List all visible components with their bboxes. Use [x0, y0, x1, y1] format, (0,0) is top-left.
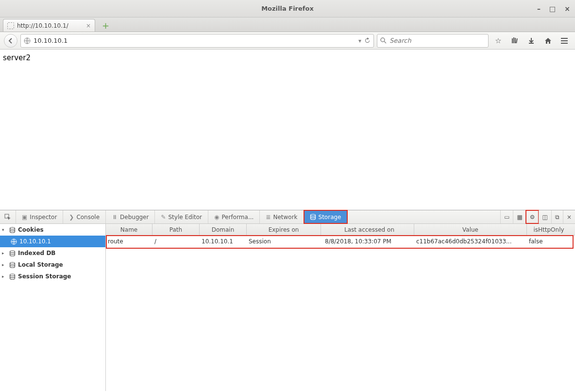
dock-side-button[interactable]: ◫: [539, 210, 551, 223]
tab-title: http://10.10.10.1/: [17, 22, 83, 29]
popout-button[interactable]: ⧉: [551, 210, 563, 223]
page-content: server2: [0, 50, 575, 210]
database-icon: [9, 227, 16, 233]
favicon-icon: [7, 22, 14, 29]
svg-point-14: [10, 262, 15, 264]
cell-path: /: [152, 236, 200, 247]
tab-debugger[interactable]: ⏸Debugger: [106, 210, 155, 223]
debugger-icon: ⏸: [112, 214, 118, 221]
tab-console[interactable]: ❯Console: [63, 210, 106, 223]
back-button[interactable]: [4, 34, 17, 48]
library-button[interactable]: [508, 34, 522, 48]
url-text: 10.10.10.1: [34, 37, 355, 44]
tree-cookies-host[interactable]: 10.10.10.1: [0, 236, 105, 247]
tab-style-editor[interactable]: ✎Style Editor: [155, 210, 208, 223]
scratchpad-icon: ▦: [517, 214, 522, 221]
gear-icon: ⚙: [530, 214, 535, 221]
reload-button[interactable]: [364, 37, 371, 44]
col-domain[interactable]: Domain: [200, 224, 247, 235]
tree-cookies[interactable]: ▾ Cookies: [0, 224, 105, 236]
tree-session-storage[interactable]: ▸ Session Storage: [0, 271, 105, 282]
browser-tab[interactable]: http://10.10.10.1/ ×: [3, 19, 95, 32]
svg-point-1: [381, 38, 385, 42]
storage-icon: [310, 214, 316, 220]
responsive-mode-button[interactable]: ▭: [500, 210, 513, 223]
tab-storage[interactable]: Storage: [304, 210, 348, 223]
svg-rect-4: [515, 38, 516, 43]
inspect-icon: [4, 214, 11, 221]
cell-name: route: [106, 236, 152, 247]
window-title: Mozilla Firefox: [261, 5, 314, 12]
pick-element-button[interactable]: [0, 210, 16, 223]
search-icon: [380, 37, 387, 44]
storage-table: Name Path Domain Expires on Last accesse…: [106, 224, 575, 391]
chevron-down-icon[interactable]: ▾: [358, 37, 361, 44]
close-window-button[interactable]: ×: [564, 5, 570, 13]
dock-icon: ◫: [542, 214, 548, 221]
table-header: Name Path Domain Expires on Last accesse…: [106, 224, 575, 236]
minimize-button[interactable]: –: [537, 5, 541, 13]
style-icon: ✎: [161, 214, 166, 221]
storage-tree: ▾ Cookies 10.10.10.1 ▸ Indexed DB ▸ Loca…: [0, 224, 106, 391]
svg-rect-6: [561, 38, 568, 39]
bookmark-star-button[interactable]: ☆: [491, 34, 505, 48]
tab-performance[interactable]: ◉Performa...: [208, 210, 260, 223]
svg-point-15: [10, 274, 15, 276]
tree-indexed-db[interactable]: ▸ Indexed DB: [0, 247, 105, 259]
svg-rect-8: [561, 43, 568, 44]
svg-rect-2: [512, 38, 513, 43]
settings-button[interactable]: ⚙: [526, 210, 539, 223]
col-name[interactable]: Name: [106, 224, 152, 235]
expand-icon: ▸: [2, 262, 7, 267]
url-bar[interactable]: 10.10.10.1 ▾: [20, 34, 374, 48]
console-icon: ❯: [69, 214, 74, 221]
globe-icon: [24, 37, 31, 44]
new-tab-button[interactable]: +: [99, 19, 112, 32]
downloads-button[interactable]: [524, 34, 538, 48]
expand-icon: ▸: [2, 251, 7, 256]
arrow-left-icon: [8, 38, 14, 44]
cell-last: 8/8/2018, 10:33:07 PM: [321, 236, 414, 247]
svg-rect-5: [516, 38, 518, 43]
col-path[interactable]: Path: [152, 224, 200, 235]
inspector-icon: ▣: [22, 214, 27, 221]
database-icon: [9, 273, 16, 280]
devtools-right-buttons: ▭ ▦ ⚙ ◫ ⧉ ×: [500, 210, 575, 223]
window-titlebar: Mozilla Firefox – □ ×: [0, 0, 575, 17]
col-last[interactable]: Last accessed on: [321, 224, 414, 235]
maximize-button[interactable]: □: [549, 5, 556, 13]
search-input[interactable]: [389, 37, 485, 44]
svg-point-11: [10, 227, 15, 229]
navigation-toolbar: 10.10.10.1 ▾ ☆: [0, 32, 575, 50]
tab-network[interactable]: ≣Network: [260, 210, 304, 223]
scratchpad-button[interactable]: ▦: [513, 210, 525, 223]
close-devtools-button[interactable]: ×: [563, 210, 575, 223]
col-expires[interactable]: Expires on: [247, 224, 321, 235]
cell-value: c11b67ac46d0db25324f01033...: [414, 236, 527, 247]
col-http[interactable]: isHttpOnly: [527, 224, 571, 235]
cell-http: false: [527, 236, 571, 247]
page-body-text: server2: [3, 53, 31, 62]
svg-rect-3: [513, 37, 514, 43]
col-value[interactable]: Value: [414, 224, 527, 235]
svg-point-13: [10, 251, 15, 253]
menu-button[interactable]: [558, 34, 571, 48]
svg-rect-7: [561, 40, 568, 41]
search-bar[interactable]: [377, 34, 489, 48]
close-icon: ×: [567, 214, 572, 221]
network-icon: ≣: [266, 214, 271, 221]
globe-icon: [11, 239, 17, 245]
tab-strip: http://10.10.10.1/ × +: [0, 17, 575, 32]
performance-icon: ◉: [214, 214, 219, 221]
database-icon: [9, 250, 16, 256]
expand-icon: ▸: [2, 274, 7, 279]
table-row[interactable]: route / 10.10.10.1 Session 8/8/2018, 10:…: [106, 236, 575, 247]
database-icon: [9, 262, 16, 268]
tree-local-storage[interactable]: ▸ Local Storage: [0, 259, 105, 271]
popout-icon: ⧉: [555, 214, 559, 221]
home-button[interactable]: [541, 34, 555, 48]
close-tab-button[interactable]: ×: [86, 22, 91, 29]
tab-inspector[interactable]: ▣Inspector: [16, 210, 63, 223]
window-controls: – □ ×: [537, 0, 570, 17]
responsive-icon: ▭: [504, 214, 509, 221]
